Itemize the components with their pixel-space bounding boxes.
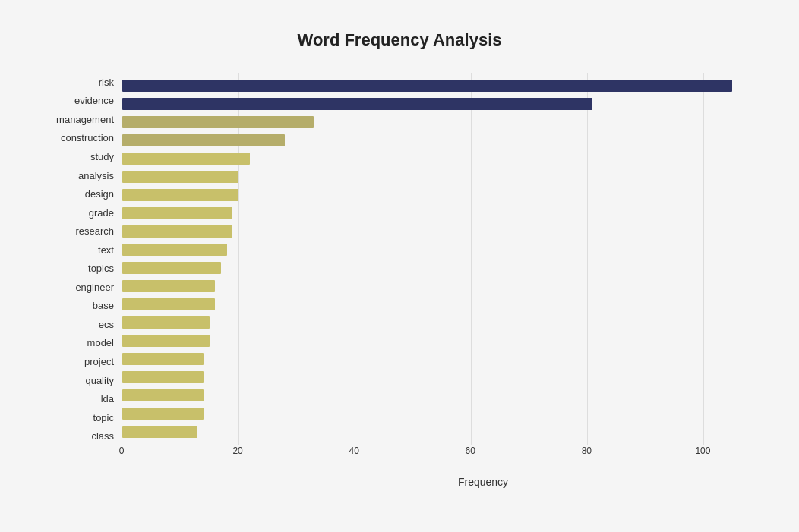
y-label: lda (38, 394, 114, 404)
bar (122, 171, 238, 183)
bars-wrapper (122, 73, 761, 445)
y-label: base (38, 301, 114, 310)
x-axis-tick-label: 60 (466, 445, 475, 456)
y-label: topic (38, 413, 114, 423)
y-label: management (38, 115, 114, 124)
x-axis-tick-label: 0 (119, 445, 125, 456)
x-axis-tick-label: 40 (349, 445, 358, 456)
bar-row (122, 115, 761, 130)
bar-row (122, 297, 761, 312)
y-label: project (38, 357, 114, 367)
y-label: topics (38, 263, 114, 273)
bar (122, 80, 732, 92)
bar (122, 207, 232, 219)
y-label: research (38, 226, 114, 236)
bar (122, 371, 204, 383)
bar (122, 262, 221, 274)
chart-title: Word Frequency Analysis (38, 30, 761, 58)
bar (122, 280, 215, 292)
bar-row (122, 333, 761, 348)
bar-row (122, 315, 761, 330)
bar-row (122, 133, 761, 148)
bar-row (122, 78, 761, 93)
y-label: evidence (38, 96, 114, 105)
bar-row (122, 169, 761, 184)
y-label: text (38, 245, 114, 255)
bar-row (122, 96, 761, 112)
y-label: engineer (38, 282, 114, 292)
y-label: risk (38, 77, 114, 87)
bar-row (122, 370, 761, 385)
y-label: model (38, 338, 114, 348)
bar-row (122, 279, 761, 294)
bar-row (122, 388, 761, 403)
bar-row (122, 187, 761, 203)
bar (122, 353, 204, 365)
bar (122, 389, 204, 401)
x-axis-title: Frequency (205, 476, 761, 488)
bar (122, 225, 232, 238)
bar-row (122, 260, 761, 275)
chart-container: Word Frequency Analysis riskevidencemana… (15, 15, 784, 532)
y-label: construction (38, 133, 114, 143)
bar (122, 98, 592, 110)
bar (122, 316, 210, 329)
bar (122, 153, 250, 165)
bar (122, 189, 238, 201)
y-label: analysis (38, 171, 114, 181)
bar-row (122, 151, 761, 166)
bottom-section: 020406080100 Frequency (122, 445, 761, 483)
bar (122, 298, 215, 310)
y-label: study (38, 152, 114, 162)
bar-row (122, 351, 761, 367)
y-label: grade (38, 208, 114, 218)
bar (122, 426, 197, 438)
bar-row (122, 224, 761, 239)
bar (122, 134, 285, 146)
y-label: quality (38, 376, 114, 386)
x-axis-tick-label: 80 (582, 445, 592, 456)
bar-row (122, 242, 761, 257)
bars-and-grid (122, 73, 761, 445)
x-axis-tick-label: 100 (695, 445, 710, 456)
x-axis-tick-label: 20 (232, 445, 242, 456)
y-label: ecs (38, 320, 114, 329)
y-label: class (38, 431, 114, 441)
bar (122, 335, 210, 347)
bar (122, 116, 314, 128)
bar (122, 244, 227, 256)
bar (122, 408, 204, 420)
y-labels: riskevidencemanagementconstructionstudya… (38, 73, 122, 445)
bar-row (122, 206, 761, 221)
bar-row (122, 406, 761, 421)
bar-row (122, 424, 761, 439)
chart-area: riskevidencemanagementconstructionstudya… (38, 73, 761, 483)
bars-section: riskevidencemanagementconstructionstudya… (38, 73, 761, 445)
y-label: design (38, 189, 114, 199)
